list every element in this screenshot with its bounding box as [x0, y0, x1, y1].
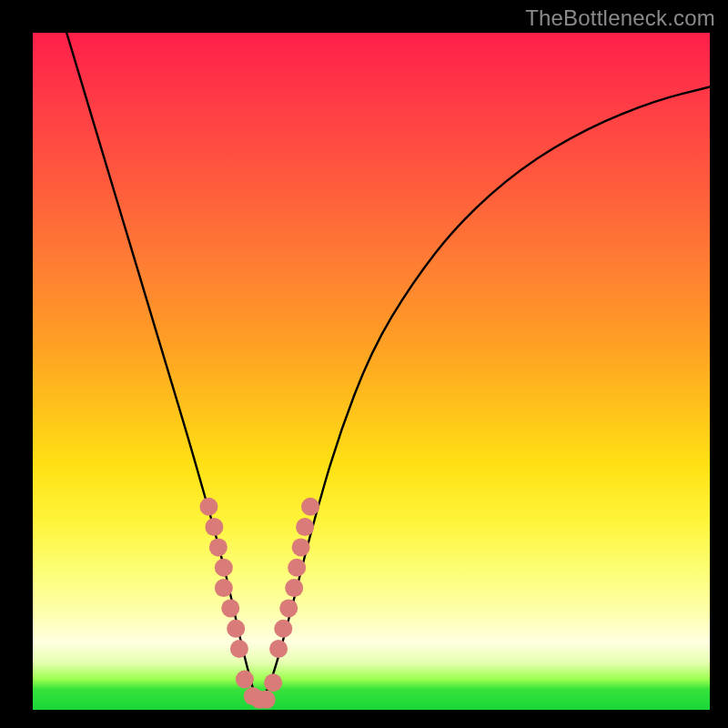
curve-marker	[199, 498, 217, 516]
chart-svg	[33, 33, 710, 710]
curve-marker	[209, 538, 228, 556]
chart-plot-area	[33, 33, 710, 710]
curve-marker	[296, 518, 314, 536]
curve-marker	[236, 671, 254, 689]
curve-marker	[279, 599, 298, 617]
curve-marker	[301, 498, 319, 516]
watermark-text: TheBottleneck.com	[525, 5, 715, 31]
curve-marker	[292, 538, 310, 556]
curve-markers	[199, 498, 319, 709]
curve-marker	[230, 640, 248, 658]
curve-marker	[215, 559, 233, 577]
curve-marker	[264, 673, 282, 692]
bottleneck-curve	[66, 33, 710, 700]
curve-marker	[288, 559, 306, 577]
curve-marker	[215, 579, 233, 597]
curve-marker	[221, 599, 239, 617]
curve-marker	[285, 579, 303, 597]
curve-marker	[274, 620, 292, 638]
curve-marker	[205, 518, 223, 536]
chart-frame: TheBottleneck.com	[0, 0, 728, 728]
curve-marker	[258, 691, 276, 709]
curve-marker	[227, 620, 245, 638]
curve-marker	[269, 640, 288, 658]
